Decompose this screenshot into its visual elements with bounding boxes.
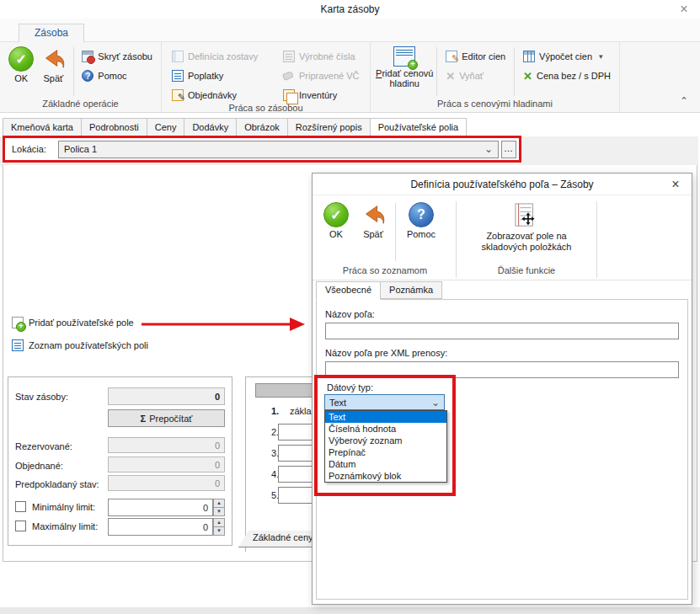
tab-poznamka[interactable]: Poznámka — [380, 281, 442, 299]
prepocitat-button[interactable]: Σ Prepočítať — [108, 409, 225, 427]
divider — [436, 47, 437, 96]
nazov-pola-input[interactable] — [325, 323, 679, 339]
ribbon-collapse-icon[interactable]: ⌃ — [680, 95, 688, 107]
max-limit-checkbox[interactable] — [15, 521, 26, 531]
ribbon-tab-zasoba[interactable]: Zásoba — [19, 24, 84, 43]
add-price-level-icon — [393, 46, 415, 67]
group-label: Práca s cenovými hladinami — [371, 98, 619, 112]
poplatky-button[interactable]: Poplatky — [172, 69, 273, 83]
ribbon-group-praca-so-zasobou: Definícia zostavy Poplatky Objednávky Vý… — [162, 42, 371, 112]
zakladne-ceny-tab[interactable]: Základné ceny — [238, 531, 320, 547]
max-limit-input[interactable]: 0 — [108, 518, 213, 536]
editor-cien-button[interactable]: Editor cien — [446, 50, 505, 63]
pridat-cenovu-hladinu-button[interactable]: Pridať cenovú hladinu — [376, 45, 433, 88]
rezervovane-label: Rezervované: — [15, 441, 72, 451]
dropdown-item-vyberovy[interactable]: Výberový zoznam — [325, 435, 446, 446]
datovy-typ-dropdown: Text Číselná hodnota Výberový zoznam Pre… — [324, 410, 447, 483]
tab-vseobecne[interactable]: Všeobecné — [316, 281, 381, 300]
datovy-typ-combobox[interactable]: Text ⌄ — [324, 394, 445, 410]
dialog-title: Definícia používateľského poľa – Zásoby — [313, 179, 692, 190]
dialog-titlebar: Definícia používateľského poľa – Zásoby … — [313, 174, 692, 195]
stav-zasoby-label: Stav zásoby: — [15, 392, 68, 402]
up-icon[interactable]: ▲ — [213, 499, 225, 508]
back-button[interactable]: Späť — [37, 45, 69, 83]
down-icon[interactable]: ▼ — [213, 527, 225, 536]
predpokladany-stav-label: Predpokladaný stav: — [15, 479, 99, 489]
divider — [73, 47, 74, 96]
inventury-button[interactable]: Inventúry — [283, 88, 360, 102]
red-arrow-annotation — [140, 315, 307, 334]
objednavky-button[interactable]: Objednávky — [172, 88, 273, 102]
dropdown-item-text[interactable]: Text — [325, 411, 446, 423]
dialog-tab-strip: Všeobecné Poznámka — [316, 281, 441, 300]
group-label: Ďalšie funkcie — [460, 263, 593, 280]
fees-list-icon — [172, 70, 184, 82]
dropdown-item-prepinac[interactable]: Prepínač — [325, 446, 446, 458]
price-column-header — [255, 383, 316, 398]
close-icon[interactable]: × — [676, 2, 692, 17]
min-limit-checkbox[interactable] — [15, 501, 26, 512]
dropdown-item-poznamkovy[interactable]: Poznámkový blok — [325, 470, 446, 482]
lokacia-combobox[interactable]: Polica 1 ⌄ — [58, 141, 499, 158]
dialog-ok-button[interactable]: ✓ OK — [318, 201, 355, 239]
dialog-help-button[interactable]: ? Pomoc — [399, 201, 443, 239]
min-limit-stepper[interactable]: ▲ ▼ — [213, 499, 225, 516]
predpokladany-stav-field: 0 — [108, 475, 225, 491]
divider — [395, 203, 396, 261]
field-list-icon — [12, 339, 24, 351]
extract-cross-icon: ✕ — [446, 70, 455, 83]
max-limit-stepper[interactable]: ▲ ▼ — [213, 518, 225, 536]
show-field-on-items-button[interactable]: Zobrazovať pole na skladových položkách — [462, 201, 590, 253]
hide-stock-icon — [82, 51, 94, 62]
min-limit-input[interactable]: 0 — [108, 499, 213, 516]
tab-rozsireny-popis[interactable]: Rozšírený popis — [287, 118, 371, 136]
chevron-down-icon: ⌄ — [431, 398, 440, 407]
ribbon: ✓ OK Späť Skryť zásobu ? — [0, 42, 700, 113]
dialog-close-icon[interactable]: × — [668, 177, 683, 192]
skryt-zasobu-button[interactable]: Skryť zásobu — [82, 50, 152, 63]
tab-dodavky[interactable]: Dodávky — [184, 118, 237, 136]
ok-button[interactable]: ✓ OK — [5, 45, 37, 83]
min-limit-label: Minimálny limit: — [32, 502, 95, 512]
up-icon[interactable]: ▲ — [213, 518, 225, 527]
pomoc-button[interactable]: ? Pomoc — [82, 69, 152, 83]
dialog-back-button[interactable]: Späť — [355, 201, 392, 239]
datovy-typ-label: Dátový typ: — [327, 382, 373, 392]
dropdown-item-datum[interactable]: Dátum — [325, 458, 446, 470]
ribbon-tab-strip: Zásoba — [0, 19, 700, 42]
definicia-zostavy-button: Definícia zostavy — [172, 50, 273, 63]
card-tab-strip: Kmeňová karta Podrobnosti Ceny Dodávky O… — [3, 118, 466, 137]
lokacia-value: Polica 1 — [64, 144, 484, 154]
tab-pouzivatelske-polia[interactable]: Používateľské polia — [370, 118, 468, 137]
dropdown-item-ciselna[interactable]: Číselná hodnota — [325, 423, 446, 435]
nazov-xml-input[interactable] — [325, 361, 679, 378]
add-user-field-link[interactable]: Pridať používateľské pole — [12, 317, 134, 328]
vypocet-cien-button[interactable]: Výpočet cien ▾ — [523, 50, 611, 63]
stock-status-groupbox: Stav zásoby: 0 Σ Prepočítať Rezervované:… — [8, 376, 232, 546]
divider — [514, 47, 515, 96]
nazov-pola-label: Názov poľa: — [325, 309, 375, 319]
price-editor-icon — [446, 51, 457, 62]
cena-dph-button[interactable]: ✕ Cena bez / s DPH — [523, 69, 611, 83]
dropdown-caret-icon: ▾ — [599, 52, 603, 61]
list-user-fields-link[interactable]: Zoznam používateľských poli — [12, 339, 148, 351]
down-icon[interactable]: ▼ — [213, 508, 225, 516]
price-panel: 1. základna 2. 3. 4. 5. — [245, 376, 321, 552]
tab-ceny[interactable]: Ceny — [147, 118, 185, 136]
max-limit-label: Maximálny limit: — [32, 521, 98, 531]
help-icon: ? — [82, 70, 94, 82]
ok-check-icon: ✓ — [8, 46, 34, 72]
tab-podrobnosti[interactable]: Podrobnosti — [81, 118, 147, 136]
objednane-field: 0 — [108, 456, 225, 473]
tab-kmenova-karta[interactable]: Kmeňová karta — [3, 118, 82, 136]
window-title: Karta zásoby — [0, 3, 700, 15]
serial-numbers-icon — [283, 51, 295, 62]
orders-icon — [172, 89, 184, 101]
bottom-strip — [0, 607, 700, 614]
tab-obrazok[interactable]: Obrázok — [236, 118, 288, 136]
ribbon-group-zakladne-operacie: ✓ OK Späť Skryť zásobu ? — [0, 42, 162, 112]
lokacia-more-button[interactable]: … — [501, 141, 516, 158]
add-field-icon — [12, 317, 24, 328]
back-arrow-icon — [40, 46, 66, 72]
price-calc-icon — [523, 51, 535, 62]
